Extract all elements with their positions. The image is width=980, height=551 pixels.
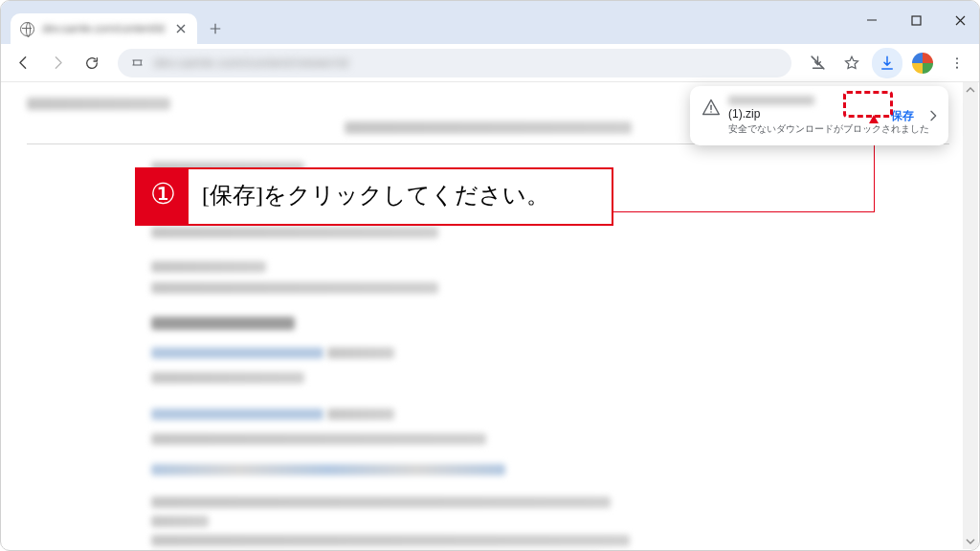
blurred-text — [327, 347, 394, 359]
window-controls — [858, 1, 973, 39]
blurred-text — [327, 408, 394, 420]
tab-title: dev.samle.com/content/id — [42, 22, 168, 35]
back-button[interactable] — [9, 49, 37, 77]
minimize-button[interactable] — [858, 7, 885, 33]
callout-text: [保存]をクリックしてください。 — [189, 169, 612, 224]
download-filename: (1).zip — [728, 107, 880, 121]
svg-rect-0 — [912, 16, 921, 25]
download-info: (1).zip 安全でないダウンロードがブロックされました — [728, 96, 880, 136]
forward-button[interactable] — [43, 49, 72, 77]
blurred-text — [151, 433, 486, 445]
save-button[interactable]: 保存 — [887, 106, 918, 126]
address-bar[interactable]: dev.samle.com/content/viewer/id — [118, 49, 791, 77]
svg-point-1 — [956, 57, 958, 59]
download-popup: (1).zip 安全でないダウンロードがブロックされました 保存 — [690, 86, 948, 145]
browser-toolbar: dev.samle.com/content/viewer/id — [1, 44, 979, 82]
blurred-text — [151, 464, 505, 475]
blurred-text — [151, 535, 630, 546]
downloads-blocked-icon[interactable] — [803, 49, 832, 77]
close-icon[interactable] — [174, 22, 188, 35]
page-content — [2, 82, 978, 551]
svg-point-3 — [956, 66, 958, 68]
connector-arrow-icon — [869, 115, 879, 123]
warning-icon — [702, 98, 721, 117]
instruction-callout: ① [保存]をクリックしてください。 — [135, 167, 613, 226]
svg-point-4 — [710, 111, 712, 113]
blurred-text — [728, 96, 814, 105]
close-window-button[interactable] — [947, 7, 973, 33]
blurred-text — [151, 516, 209, 527]
scroll-up-icon[interactable] — [963, 82, 978, 98]
new-tab-button[interactable] — [203, 16, 228, 41]
browser-titlebar: dev.samle.com/content/id — [1, 1, 979, 44]
globe-icon — [20, 22, 34, 36]
blurred-text — [151, 347, 323, 359]
site-info-icon[interactable] — [127, 54, 146, 73]
extension-icon[interactable] — [908, 49, 937, 77]
blurred-text — [27, 98, 170, 110]
blurred-text — [151, 496, 611, 508]
blurred-text — [151, 261, 266, 273]
svg-point-2 — [956, 61, 958, 63]
blurred-text — [151, 408, 323, 420]
page-viewport — [2, 82, 978, 549]
chevron-right-icon[interactable] — [925, 108, 941, 123]
download-blocked-message: 安全でないダウンロードがブロックされました — [728, 122, 880, 136]
kebab-menu-icon[interactable] — [943, 49, 971, 77]
url-text: dev.samle.com/content/viewer/id — [154, 55, 348, 70]
blurred-text — [151, 282, 438, 294]
blurred-text — [151, 372, 304, 384]
blurred-text — [345, 121, 632, 134]
blurred-text — [151, 317, 295, 330]
downloads-icon[interactable] — [872, 48, 902, 78]
callout-number: ① — [137, 169, 189, 224]
reload-button[interactable] — [78, 49, 106, 77]
bookmark-star-icon[interactable] — [837, 49, 866, 77]
browser-tab[interactable]: dev.samle.com/content/id — [11, 13, 197, 44]
maximize-button[interactable] — [902, 7, 929, 33]
blurred-text — [151, 227, 438, 238]
scroll-down-icon[interactable] — [963, 534, 978, 549]
vertical-scrollbar[interactable] — [963, 82, 978, 549]
